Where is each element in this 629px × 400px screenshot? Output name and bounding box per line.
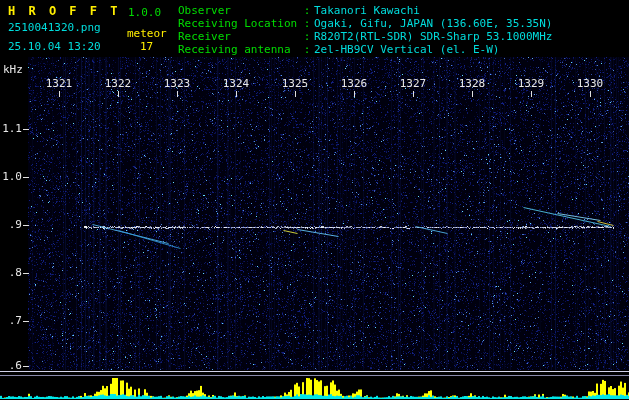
info-label: Observer: [178, 4, 300, 17]
info-row-antenna: Receiving antenna : 2el-HB9CV Vertical (…: [178, 43, 552, 56]
x-tick-label: 1324: [219, 78, 253, 90]
spectrogram-canvas: [0, 0, 629, 400]
y-tick-label: .6: [0, 360, 22, 372]
station-info: Observer : Takanori Kawachi Receiving Lo…: [178, 4, 552, 56]
x-tick-label: 1328: [455, 78, 489, 90]
mode-label: meteor: [127, 28, 167, 40]
info-separator: :: [300, 43, 314, 56]
y-tick-label: .7: [0, 315, 22, 327]
info-row-observer: Observer : Takanori Kawachi: [178, 4, 552, 17]
info-value: 2el-HB9CV Vertical (el. E-W): [314, 43, 552, 56]
echo-count: 17: [140, 41, 153, 53]
info-value: Ogaki, Gifu, JAPAN (136.60E, 35.35N): [314, 17, 552, 30]
info-row-location: Receiving Location : Ogaki, Gifu, JAPAN …: [178, 17, 552, 30]
info-row-receiver: Receiver : R820T2(RTL-SDR) SDR-Sharp 53.…: [178, 30, 552, 43]
info-separator: :: [300, 17, 314, 30]
datetime-label: 25.10.04 13:20: [8, 41, 101, 53]
info-label: Receiver: [178, 30, 300, 43]
x-tick-label: 1330: [573, 78, 607, 90]
info-separator: :: [300, 4, 314, 17]
y-tick-label: 1.0: [0, 171, 22, 183]
y-tick-label: .9: [0, 219, 22, 231]
y-tick-label: 1.1: [0, 123, 22, 135]
info-value: R820T2(RTL-SDR) SDR-Sharp 53.1000MHz: [314, 30, 552, 43]
x-tick-label: 1327: [396, 78, 430, 90]
x-tick-label: 1326: [337, 78, 371, 90]
y-axis-unit: kHz: [3, 64, 23, 76]
y-tick-label: .8: [0, 267, 22, 279]
info-value: Takanori Kawachi: [314, 4, 552, 17]
app-version: 1.0.0: [128, 7, 161, 19]
app-title: H R O F F T: [8, 5, 120, 17]
x-tick-label: 1329: [514, 78, 548, 90]
output-filename: 2510041320.png: [8, 22, 101, 34]
x-tick-label: 1325: [278, 78, 312, 90]
hrofft-window: H R O F F T 1.0.0 2510041320.png meteor …: [0, 0, 629, 400]
info-label: Receiving Location: [178, 17, 300, 30]
info-label: Receiving antenna: [178, 43, 300, 56]
info-separator: :: [300, 30, 314, 43]
x-tick-label: 1322: [101, 78, 135, 90]
x-tick-label: 1323: [160, 78, 194, 90]
x-tick-label: 1321: [42, 78, 76, 90]
